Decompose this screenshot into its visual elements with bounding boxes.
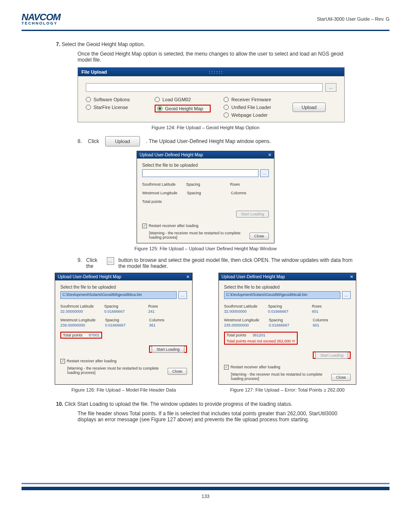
total-points-label: Total points [142,199,162,204]
radio-receiver-firmware[interactable]: Receiver Firmware [224,97,280,102]
upload-button[interactable]: Upload [293,103,326,112]
footer-bar [22,487,389,490]
rows-label: Rows [230,182,265,187]
radio-icon [86,97,91,102]
step-9-num: 9. [78,257,82,263]
close-icon[interactable]: ✕ [268,152,271,157]
radio-label: Receiver Firmware [231,97,271,102]
spacing-label: Spacing [187,191,221,195]
logo-main: NAVCOM [22,13,60,22]
restart-warning: [Warning - the receiver must be restarte… [67,366,168,375]
radio-webpage-loader[interactable]: Webpage Loader [224,112,280,118]
figure-127-caption: Figure 127: File Upload – Error: Total P… [218,387,356,392]
file-path-input[interactable]: C:\Devlopment\Solaris\Geoid99\geoid99cal… [224,291,340,299]
spacing-val: 0.01666667 [105,323,140,327]
logo: NAVCOM TECHNOLOGY [22,13,60,25]
select-file-label: Select the file to be uploaded [60,285,187,289]
radio-label: Unified File Loader [231,105,271,110]
doc-title: StarUtil-3000 User Guide – Rev. G [317,16,389,22]
page-number: 133 [22,494,389,499]
upload-button-inline[interactable]: Upload [105,136,140,146]
restart-label: Restart receiver after loading [230,365,280,369]
restart-warning: [Warning - the receiver must be restarte… [231,372,331,381]
southmost-label: Southmost Latitude [142,182,177,187]
spacing-label: Spacing [104,304,139,308]
file-upload-path-input[interactable] [86,83,323,92]
browse-icon[interactable]: … [178,291,187,299]
restart-checkbox[interactable]: ✓ [142,224,147,228]
close-button[interactable]: Close [249,233,269,240]
close-button[interactable]: Close [331,374,351,381]
step-8-num: 8. [78,138,82,144]
radio-load-ggm02[interactable]: Load GGM02 [155,97,211,102]
radio-icon [224,97,229,102]
radio-unified-file-loader[interactable]: Unified File Loader [224,105,280,110]
file-upload-path-row: … [86,83,336,92]
step-8-before: Click [88,138,99,144]
spacing-label: Spacing [186,182,221,187]
figure-126-caption: Figure 126: File Upload – Model File Hea… [55,387,193,392]
radio-label: Webpage Loader [231,112,268,118]
step-7-text: Select the Geoid Height Map option. [62,41,145,47]
rows-label: Rows [312,304,346,308]
southmost-val: 32.00000000 [60,309,95,314]
radio-label: Load GGM02 [162,97,191,102]
start-loading-button[interactable]: Start Loading [152,346,184,353]
columns-label: Columns [149,318,184,322]
step-8: 8. Click Upload . The Upload User-Define… [78,136,389,146]
radio-icon [86,105,91,110]
radio-icon [224,105,229,110]
radio-label: Software Options [93,97,130,102]
step-10-text: Click Start Loading to upload the file. … [65,401,293,407]
radio-starfire-license[interactable]: StarFire License [86,105,142,110]
browse-button[interactable]: … [325,83,336,92]
step-9: 9. Click the … button to browse and sele… [78,257,353,269]
step-10: 10. Click Start Loading to upload the fi… [56,401,389,407]
dialog-titlebar: Upload User-Defined Height Map ✕ [137,151,274,159]
upload-height-map-dialog-error: Upload User-Defined Height Map ✕ Select … [218,273,356,385]
figure-124-caption: Figure 124: File Upload – Geoid Height M… [22,125,389,130]
radio-software-options[interactable]: Software Options [86,97,142,102]
browse-icon[interactable]: … [342,291,351,299]
radio-icon [157,106,162,111]
start-loading-disabled-highlight: Start Loading [313,352,351,359]
file-upload-titlebar: File Upload :::::: [78,68,344,76]
step-8-after: . The Upload User-Defined Height Map win… [146,138,271,144]
grip-icon: :::::: [209,69,224,75]
spacing-label: Spacing [105,318,140,322]
spacing-label: Spacing [269,318,303,322]
close-button[interactable]: Close [168,368,187,375]
browse-button-inline[interactable]: … [107,257,114,265]
radio-geoid-height-map[interactable]: Geoid Height Map [155,105,211,112]
file-upload-title: File Upload [81,69,107,75]
total-points-error-highlight: Total points 361201 Total points must no… [224,332,298,345]
columns-val: 601 [313,323,347,327]
step-10-num: 10. [56,401,63,407]
step-7-body: Once the Geoid Height Map option is sele… [78,51,353,63]
total-points-highlight: Total points 87001 [60,332,102,339]
columns-label: Columns [231,191,265,195]
dialogs-row: Upload User-Defined Height Map ✕ Select … [42,273,369,385]
dialog-titlebar: Upload User-Defined Height Map ✕ [219,273,356,280]
close-icon[interactable]: ✕ [350,274,353,279]
step-9-after: button to browse and select the geoid mo… [118,257,353,269]
file-path-input[interactable] [142,169,258,177]
southmost-label: Southmost Latitude [224,304,258,308]
columns-label: Columns [313,318,347,322]
figure-125-caption: Figure 125: File Upload – Upload User De… [22,246,389,251]
spacing-val: 0.01666667 [104,309,139,314]
close-icon[interactable]: ✕ [186,274,190,279]
start-loading-button[interactable]: Start Loading [236,211,269,218]
radio-icon [155,97,160,102]
restart-label: Restart receiver after loading [67,359,117,363]
select-file-label: Select the file to be uploaded [142,163,269,168]
southmost-label: Southmost Latitude [60,304,95,308]
radio-label: Geoid Height Map [165,106,203,111]
dialog-title: Upload User-Defined Height Map [140,152,203,157]
restart-checkbox[interactable]: ✓ [60,359,65,364]
file-path-input[interactable]: C:\Devlopment\Solaris\Geoid99\geoid99ca.… [60,291,177,299]
footer-rule [22,483,389,484]
restart-warning: [Warning - the receiver must be restarte… [149,231,249,240]
restart-checkbox[interactable]: ✓ [224,365,229,370]
browse-icon[interactable]: … [260,169,269,177]
